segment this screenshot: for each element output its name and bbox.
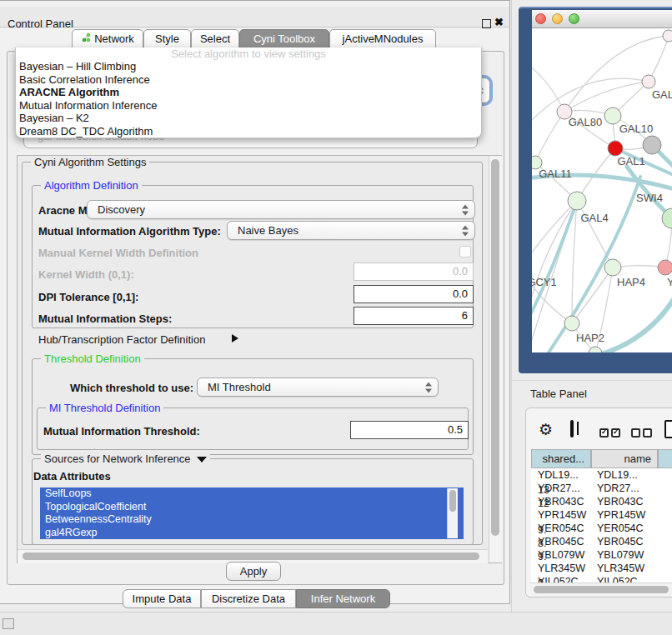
data-attribute-item[interactable]: SelfLoops (40, 488, 464, 501)
network-node-label: GAL1 (617, 155, 644, 168)
network-node-label: GAL80 (569, 116, 602, 128)
network-node[interactable] (658, 260, 672, 275)
data-attributes-list[interactable]: SelfLoopsTopologicalCoefficientBetweenne… (40, 488, 464, 539)
tab-infer-network[interactable]: Infer Network (296, 589, 390, 608)
node-table[interactable]: YDL19...YDL19...13YDR27...YDR27...12YBR0… (531, 468, 672, 585)
data-attribute-item[interactable]: gal4RGexp (40, 527, 464, 540)
algorithm-option[interactable]: Bayesian – Hill Climbing (16, 60, 481, 73)
table-row[interactable]: YBL079WYBL079W (531, 548, 672, 562)
column-header-name[interactable]: name (591, 449, 658, 468)
dpi-tolerance-field[interactable]: 0.0 (354, 285, 474, 303)
sources-title: Sources for Network Inference (41, 452, 210, 465)
network-node-label: HAP2 (576, 332, 604, 344)
close-traffic-light-icon[interactable] (535, 13, 546, 24)
tab-network[interactable]: Network (72, 29, 143, 49)
algorithm-dropdown-list: Bayesian – Hill ClimbingBasic Correlatio… (16, 60, 481, 138)
status-strip (0, 612, 672, 635)
list-scrollbar[interactable] (447, 488, 458, 538)
mi-steps-field[interactable]: 6 (354, 307, 474, 325)
tab-impute-data[interactable]: Impute Data (123, 589, 201, 608)
algorithm-definition-title: Algorithm Definition (41, 179, 142, 192)
algorithm-option[interactable]: Basic Correlation Inference (16, 73, 481, 87)
mi-algorithm-type-combo[interactable]: Naive Bayes (227, 221, 475, 240)
network-edge[interactable] (572, 268, 613, 323)
network-node[interactable] (642, 75, 655, 88)
network-view-titlebar (532, 10, 672, 28)
table-panel-divider (512, 380, 672, 381)
panel-divider[interactable] (511, 0, 512, 612)
column-header-a[interactable]: A (658, 449, 672, 468)
network-node[interactable] (604, 108, 621, 124)
network-edge[interactable] (549, 177, 640, 352)
table-row[interactable]: YBR045CYBR045C9. (531, 535, 672, 548)
which-threshold-combo[interactable]: MI Threshold (197, 378, 439, 397)
table-row[interactable]: YER054CYER054C8. (531, 522, 672, 535)
table-row[interactable]: YPR145WYPR145W9. (531, 508, 672, 522)
float-window-icon[interactable] (482, 19, 491, 28)
algorithm-option[interactable]: Dream8 DC_TDC Algorithm (16, 125, 481, 138)
mi-threshold-label: Mutual Information Threshold: (43, 425, 200, 438)
network-node-label: HAP4 (617, 276, 645, 288)
network-node[interactable] (564, 316, 579, 331)
algorithm-option[interactable]: Mutual Information Inference (16, 99, 481, 112)
data-attribute-item[interactable]: TopologicalCoefficient (40, 501, 464, 514)
network-edge[interactable] (532, 62, 564, 112)
table-row[interactable]: YBR043CYBR043C (531, 495, 672, 508)
mi-threshold-definition-title: MI Threshold Definition (46, 402, 163, 414)
document-icon[interactable] (664, 420, 672, 438)
table-cell: YBL079W (531, 548, 590, 562)
network-node[interactable] (643, 136, 661, 154)
network-node[interactable] (604, 259, 621, 276)
network-edge[interactable] (599, 297, 672, 352)
columns-icon[interactable] (570, 420, 574, 438)
network-edge[interactable] (564, 82, 649, 112)
network-node[interactable] (608, 141, 623, 156)
minimize-traffic-light-icon[interactable] (552, 13, 563, 24)
tab-select[interactable]: Select (191, 29, 239, 49)
network-node[interactable] (568, 192, 586, 210)
close-icon[interactable]: ✖ (494, 16, 504, 28)
mi-threshold-field[interactable]: 0.5 (350, 421, 469, 439)
algorithm-option[interactable]: ARACNE Algorithm (16, 86, 481, 99)
select-all-icon[interactable] (599, 426, 620, 441)
table-cell: YDR27... (590, 482, 657, 495)
table-row[interactable]: YDR27...YDR27...12 (531, 482, 672, 495)
table-row[interactable]: YLR345WYLR345W9. (531, 562, 672, 575)
network-node[interactable] (663, 30, 672, 42)
settings-vertical-scrollbar[interactable] (489, 156, 502, 562)
data-attributes-label: Data Attributes (33, 470, 111, 482)
kernel-width-field[interactable]: 0.0 (354, 262, 474, 281)
zoom-traffic-light-icon[interactable] (569, 13, 579, 24)
table-cell: YPR145W (590, 508, 657, 522)
network-canvas[interactable]: GALGAL80GAL10GAL1GAL11GAL4SWI4HAP4YGCY1H… (532, 28, 672, 352)
bottom-left-grip-icon[interactable] (3, 618, 14, 629)
expand-right-icon[interactable] (232, 334, 238, 342)
tab-style[interactable]: Style (143, 29, 191, 49)
table-horizontal-scrollbar[interactable] (530, 582, 672, 595)
column-header-shared-[interactable]: shared... (531, 449, 591, 468)
tab-cyni-toolbox[interactable]: Cyni Toolbox (239, 29, 329, 49)
network-edge[interactable] (649, 36, 669, 82)
table-cell: YBR043C (531, 495, 590, 508)
manual-kernel-width-checkbox[interactable] (459, 246, 471, 258)
tab-discretize-data[interactable]: Discretize Data (201, 589, 296, 608)
network-node-label: GCY1 (532, 276, 557, 288)
table-row[interactable]: YDL19...YDL19...13 (531, 468, 672, 482)
aracne-mode-combo[interactable]: Discovery (87, 200, 475, 219)
algorithm-option[interactable]: Bayesian – K2 (16, 112, 481, 125)
which-threshold-label: Which threshold to use: (70, 382, 193, 394)
data-attribute-item[interactable]: BetweennessCentrality (40, 513, 464, 527)
table-cell: YBL079W (590, 548, 657, 562)
collapse-down-icon[interactable] (197, 457, 207, 462)
network-edge[interactable] (535, 112, 564, 162)
table-cell: YBR045C (531, 535, 590, 548)
gear-icon[interactable]: ⚙ (539, 421, 553, 439)
kernel-width-label: Kernel Width (0,1): (38, 268, 134, 281)
tab-jactivemnodules[interactable]: jActiveMNodules (329, 29, 436, 49)
mi-algorithm-type-value: Naive Bayes (238, 224, 298, 237)
apply-button[interactable]: Apply (226, 562, 281, 581)
table-cell: YLR345W (531, 562, 590, 575)
table-cell: YER054C (590, 522, 657, 535)
deselect-all-icon[interactable] (631, 426, 652, 441)
network-edge[interactable] (572, 201, 577, 323)
